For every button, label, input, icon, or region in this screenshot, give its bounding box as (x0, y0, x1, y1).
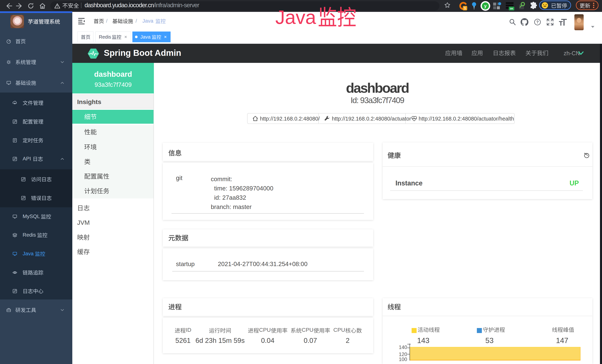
svg-text:on: on (510, 7, 513, 10)
svg-text:y: y (484, 3, 487, 8)
svg-text:?: ? (536, 20, 538, 24)
svg-text:1: 1 (464, 6, 466, 10)
